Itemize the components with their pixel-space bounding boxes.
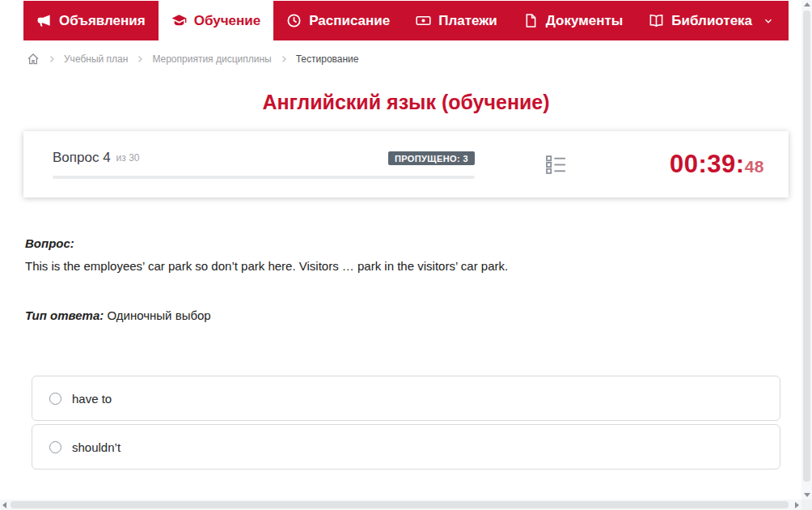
question-progress-block: Вопрос 4 из 30 ПРОПУЩЕНО: 3 [53, 150, 475, 179]
question-header-card: Вопрос 4 из 30 ПРОПУЩЕНО: 3 00:39:48 [23, 131, 789, 198]
breadcrumb: Учебный план Мероприятия дисциплины Тест… [23, 53, 789, 66]
answer-options: have to shouldn’t [32, 376, 780, 470]
answer-option-label: have to [72, 392, 112, 406]
breadcrumb-item-curriculum[interactable]: Учебный план [64, 53, 128, 65]
nav-item-announcements[interactable]: Объявления [23, 1, 159, 40]
question-body: Вопрос: This is the employees’ car park … [23, 236, 789, 322]
nav-item-label: Платежи [438, 13, 497, 29]
banknote-icon [416, 13, 431, 28]
top-nav: Объявления Обучение Расписание Платежи Д… [23, 1, 789, 40]
timer: 00:39:48 [670, 150, 764, 179]
skipped-badge: ПРОПУЩЕНО: 3 [388, 151, 475, 165]
nav-item-label: Документы [546, 13, 624, 29]
chevron-right-icon [47, 54, 57, 64]
graduation-cap-icon [171, 13, 187, 28]
book-icon [649, 13, 664, 28]
page-title: Английский язык (обучение) [23, 91, 789, 114]
chevron-right-icon [135, 54, 145, 64]
answer-type-label: Тип ответа: [25, 308, 104, 322]
nav-item-label: Расписание [309, 13, 390, 29]
nav-item-documents[interactable]: Документы [510, 1, 636, 40]
question-list-icon[interactable] [545, 154, 567, 176]
question-number: Вопрос 4 [53, 150, 111, 166]
scroll-right-arrow-icon[interactable] [795, 502, 799, 508]
timer-seconds: 48 [745, 157, 764, 176]
page-container: Объявления Обучение Расписание Платежи Д… [23, 1, 789, 470]
progress-bar [53, 176, 475, 179]
scrollbar-corner [801, 499, 812, 510]
scroll-left-arrow-icon[interactable] [2, 502, 6, 508]
scroll-up-arrow-icon[interactable] [804, 2, 810, 6]
chevron-right-icon [279, 54, 289, 64]
scroll-down-arrow-icon[interactable] [804, 493, 810, 497]
nav-item-schedule[interactable]: Расписание [273, 1, 403, 40]
radio-button-icon[interactable] [49, 393, 61, 405]
breadcrumb-item-discipline-events[interactable]: Мероприятия дисциплины [152, 53, 271, 65]
nav-item-label: Обучение [194, 13, 260, 29]
answer-option-1[interactable]: have to [32, 376, 780, 421]
answer-type-value: Одиночный выбор [107, 308, 210, 322]
nav-item-label: Объявления [59, 13, 146, 29]
answer-type-row: Тип ответа: Одиночный выбор [25, 308, 787, 322]
nav-item-payments[interactable]: Платежи [403, 1, 510, 40]
answer-option-label: shouldn’t [72, 440, 121, 454]
vertical-scrollbar[interactable] [801, 0, 812, 499]
timer-main: 00:39: [670, 150, 745, 178]
clock-icon [286, 13, 302, 28]
breadcrumb-item-testing: Тестирование [296, 53, 359, 65]
document-icon [523, 13, 539, 28]
question-label: Вопрос: [25, 236, 787, 250]
horizontal-scrollbar[interactable] [0, 499, 801, 510]
nav-item-library[interactable]: Библиотека [636, 1, 786, 40]
radio-button-icon[interactable] [49, 441, 61, 453]
question-total: из 30 [116, 152, 140, 164]
nav-item-label: Библиотека [671, 13, 752, 29]
nav-item-learning[interactable]: Обучение [159, 1, 273, 40]
horizontal-scrollbar-thumb[interactable] [11, 501, 789, 508]
chevron-down-icon [763, 16, 773, 26]
question-text: This is the employees’ car park so don’t… [25, 259, 787, 273]
answer-option-2[interactable]: shouldn’t [32, 424, 780, 470]
home-icon[interactable] [27, 53, 40, 66]
megaphone-icon [36, 13, 52, 28]
vertical-scrollbar-thumb[interactable] [803, 11, 810, 482]
